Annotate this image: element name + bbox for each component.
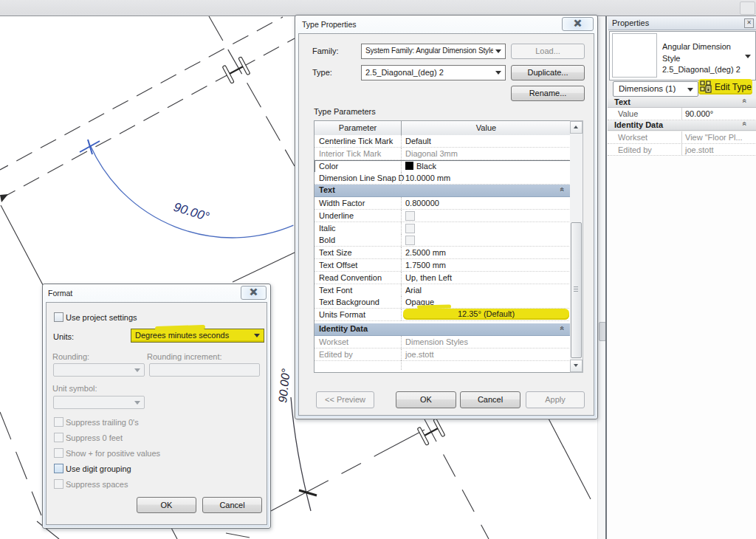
svg-text:90.00°: 90.00° bbox=[276, 368, 292, 404]
svg-text:90.00°: 90.00° bbox=[172, 200, 211, 224]
